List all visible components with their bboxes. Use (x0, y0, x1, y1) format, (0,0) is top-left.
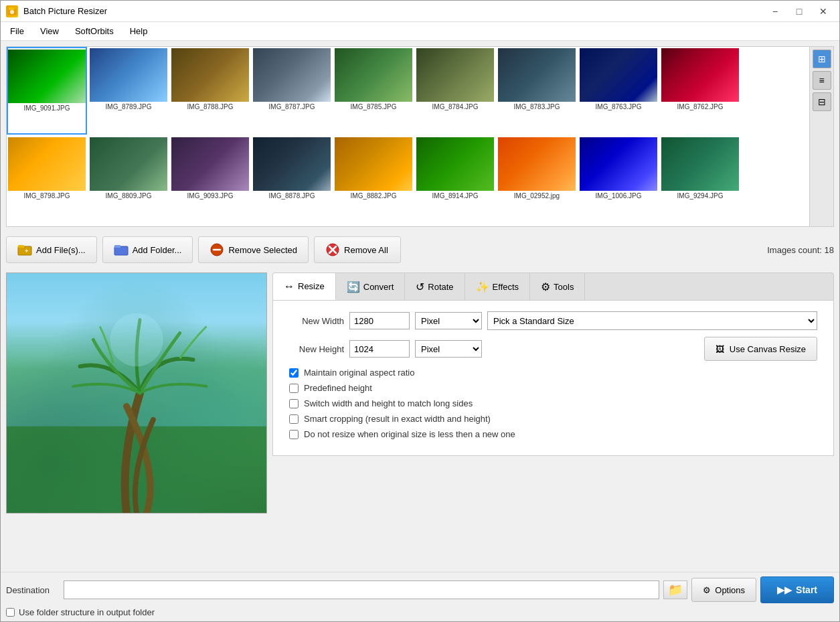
tab-convert[interactable]: 🔄 Convert (336, 273, 406, 300)
standard-size-wrapper: Pick a Standard Size (487, 311, 823, 330)
options-button[interactable]: ⚙ Options (691, 578, 756, 602)
list-item[interactable]: IMG_8762.JPG (660, 47, 740, 135)
folder-structure-checkbox[interactable] (6, 608, 15, 617)
list-item[interactable]: IMG_9093.JPG (170, 136, 250, 221)
no-upscale-label[interactable]: Do not resize when original size is less… (304, 429, 515, 439)
list-item[interactable]: IMG_9294.JPG (660, 136, 740, 221)
menu-help[interactable]: Help (123, 24, 155, 38)
new-height-label: New Height (284, 344, 344, 354)
thumbnail-label: IMG_8783.JPG (498, 103, 576, 110)
grid-view-button[interactable]: ⊟ (813, 92, 831, 111)
thumbnail-image (498, 48, 576, 102)
main-window: Batch Picture Resizer − □ ✕ File View So… (0, 0, 840, 622)
folder-structure-label[interactable]: Use folder structure in output folder (19, 607, 155, 617)
standard-size-select[interactable]: Pick a Standard Size (487, 311, 817, 330)
maximize-button[interactable]: □ (788, 3, 810, 19)
svg-point-2 (10, 10, 14, 14)
tab-effects[interactable]: ✨ Effects (465, 273, 531, 300)
thumbnail-label: IMG_8914.JPG (416, 192, 494, 200)
tab-tools-label: Tools (554, 282, 574, 292)
thumbnail-label: IMG_8878.JPG (253, 192, 331, 200)
destination-browse-button[interactable]: 📁 (663, 580, 687, 599)
list-item[interactable]: IMG_8882.JPG (333, 136, 414, 221)
image-gallery-wrapper: IMG_9091.JPG IMG_8789.JPG IMG_8788.JPG I… (6, 46, 834, 227)
close-button[interactable]: ✕ (813, 3, 834, 19)
switch-width-height-label[interactable]: Switch width and height to match long si… (304, 398, 473, 408)
tab-resize[interactable]: ↔ Resize (273, 273, 336, 300)
checkboxes-section: Maintain original aspect ratio Predefine… (284, 368, 823, 439)
app-title: Batch Picture Resizer (23, 6, 107, 16)
width-row: New Width Pixel Percent Inch cm Pick a S… (284, 311, 823, 330)
list-item[interactable]: IMG_8784.JPG (415, 47, 495, 135)
width-input[interactable] (349, 312, 410, 329)
thumbnail-label: IMG_8784.JPG (416, 103, 494, 110)
bottom-bar: Destination 📁 ⚙ Options ▶▶ Start Use fol… (1, 572, 839, 621)
predefined-height-row: Predefined height (284, 383, 823, 393)
menu-softorbits[interactable]: SoftOrbits (68, 24, 120, 38)
tab-rotate[interactable]: ↺ Rotate (405, 273, 465, 300)
thumbnail-label: IMG_8882.JPG (335, 192, 412, 200)
canvas-resize-button[interactable]: 🖼 Use Canvas Resize (704, 337, 817, 361)
width-unit-select[interactable]: Pixel Percent Inch cm (415, 312, 482, 329)
destination-input[interactable] (64, 580, 659, 599)
thumbnail-label: IMG_8787.JPG (253, 103, 331, 110)
tab-resize-label: Resize (298, 281, 325, 291)
list-item[interactable]: IMG_8809.JPG (88, 136, 169, 221)
svg-text:+: + (25, 248, 28, 254)
list-item[interactable]: IMG_1006.JPG (578, 136, 659, 221)
thumbnail-image (8, 137, 86, 191)
add-files-button[interactable]: + Add File(s)... (6, 236, 97, 263)
list-item[interactable]: IMG_8914.JPG (415, 136, 495, 221)
add-folder-button[interactable]: Add Folder... (102, 236, 193, 263)
list-item[interactable]: IMG_8789.JPG (88, 47, 169, 135)
height-unit-select[interactable]: Pixel Percent Inch cm (415, 340, 482, 358)
list-item[interactable]: IMG_8787.JPG (252, 47, 332, 135)
list-view-button[interactable]: ≡ (813, 71, 831, 90)
list-item[interactable]: IMG_8788.JPG (170, 47, 250, 135)
switch-width-height-checkbox[interactable] (289, 399, 299, 408)
remove-selected-label: Remove Selected (228, 245, 297, 255)
list-item[interactable]: IMG_8878.JPG (252, 136, 332, 221)
menu-view[interactable]: View (33, 24, 66, 38)
thumbnail-label: IMG_02952.jpg (498, 192, 576, 200)
svg-point-15 (110, 313, 163, 367)
remove-selected-button[interactable]: Remove Selected (198, 236, 309, 263)
remove-all-label: Remove All (344, 245, 388, 255)
canvas-resize-label: Use Canvas Resize (730, 344, 806, 354)
images-count: Images count: 18 (767, 245, 834, 255)
start-button[interactable]: ▶▶ Start (760, 576, 834, 603)
view-toggle-sidebar: ⊞ ≡ ⊟ (809, 47, 833, 226)
maintain-aspect-checkbox[interactable] (289, 368, 299, 378)
tab-tools[interactable]: ⚙ Tools (530, 273, 585, 300)
height-row: New Height Pixel Percent Inch cm 🖼 Use C… (284, 337, 823, 361)
start-arrow-icon: ▶▶ (777, 585, 792, 595)
thumbnail-image (335, 48, 412, 102)
browse-icon: 📁 (668, 582, 683, 597)
thumbnail-label: IMG_8789.JPG (90, 103, 167, 110)
thumbnail-image (580, 48, 657, 102)
predefined-height-checkbox[interactable] (289, 384, 299, 393)
thumbnail-view-button[interactable]: ⊞ (813, 50, 831, 68)
height-input[interactable] (349, 340, 410, 358)
maintain-aspect-label[interactable]: Maintain original aspect ratio (304, 368, 414, 378)
list-item[interactable]: IMG_9091.JPG (7, 47, 87, 135)
predefined-height-label[interactable]: Predefined height (304, 383, 372, 393)
remove-all-button[interactable]: Remove All (314, 236, 401, 263)
new-width-label: New Width (284, 316, 344, 326)
add-folder-label: Add Folder... (133, 245, 182, 255)
destination-label: Destination (6, 585, 60, 595)
no-upscale-checkbox[interactable] (289, 430, 299, 439)
smart-cropping-label[interactable]: Smart cropping (result in exact width an… (304, 414, 491, 424)
list-item[interactable]: IMG_8785.JPG (333, 47, 414, 135)
thumbnail-label: IMG_8762.JPG (661, 103, 739, 110)
smart-cropping-checkbox[interactable] (289, 414, 299, 424)
menu-file[interactable]: File (3, 24, 31, 38)
minimize-button[interactable]: − (764, 3, 786, 19)
list-item[interactable]: IMG_8783.JPG (497, 47, 577, 135)
svg-rect-4 (18, 245, 24, 248)
list-item[interactable]: IMG_8798.JPG (7, 136, 87, 221)
thumbnail-image (253, 137, 331, 191)
svg-rect-1 (9, 7, 14, 10)
list-item[interactable]: IMG_02952.jpg (497, 136, 577, 221)
list-item[interactable]: IMG_8763.JPG (578, 47, 659, 135)
